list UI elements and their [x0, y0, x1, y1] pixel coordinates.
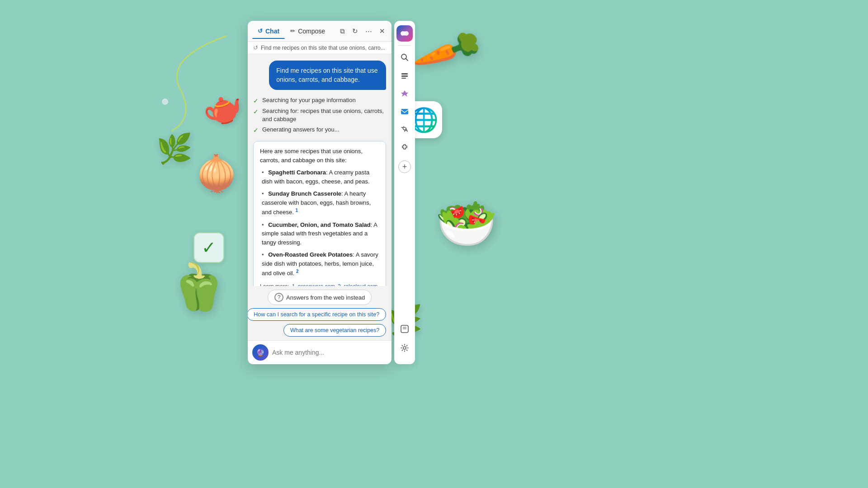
extensions-icon [400, 143, 409, 152]
web-answers-row: ? Answers from the web instead [253, 290, 386, 305]
ai-response-card: Here are some recipes that use onions, c… [253, 141, 386, 286]
svg-rect-5 [401, 73, 408, 75]
sidebar-icon-translate[interactable] [396, 122, 413, 138]
recipe-item-3: Cucumber, Onion, and Tomato Salad: A sim… [260, 221, 379, 247]
recent-query-icon: ↺ [253, 44, 258, 51]
status-text-3: Generating answers for you... [262, 126, 340, 134]
input-bar: 🔮 [248, 340, 392, 364]
copilot2-icon [400, 89, 409, 98]
outlook-icon [400, 107, 409, 116]
citation-1: 1 [295, 208, 298, 213]
recipe-name-2: Sunday Brunch Casserole [268, 190, 341, 197]
translate-icon [400, 125, 409, 134]
sidebar: + [394, 21, 415, 364]
chat-tab-icon: ↺ [258, 28, 263, 34]
status-item-3: ✓ Generating answers for you... [253, 126, 386, 135]
collections-icon [400, 71, 409, 80]
source-link-2[interactable]: 2. relecloud.com [338, 282, 377, 286]
recipe-item-1: Spaghetti Carbonara: A creamy pasta dish… [260, 168, 379, 186]
learn-more-section: Learn more: 1. proseware.com 2. releclou… [260, 282, 379, 286]
svg-rect-9 [401, 109, 408, 114]
svg-rect-7 [401, 78, 406, 79]
svg-rect-11 [403, 327, 406, 329]
status-text-1: Searching for your page information [262, 96, 356, 104]
chat-window: ↺ Chat ✏ Compose ⧉ ↻ ⋯ ✕ ↺ Find me recip… [248, 21, 392, 364]
sidebar-icon-settings[interactable] [396, 340, 413, 356]
sidebar-icon-extensions[interactable] [396, 140, 413, 156]
sidebar-icon-profile[interactable] [396, 321, 413, 337]
small-circle-decoration [162, 99, 168, 105]
svg-line-4 [406, 59, 408, 61]
sidebar-add-button[interactable]: + [398, 160, 411, 173]
settings-icon [400, 343, 409, 352]
sidebar-bottom [396, 321, 413, 360]
web-answers-label: Answers from the web instead [286, 294, 365, 301]
pepper-decoration: 🫑 [170, 260, 226, 314]
compose-tab-label: Compose [298, 28, 325, 35]
tab-chat[interactable]: ↺ Chat [252, 24, 285, 38]
status-check-1: ✓ [253, 97, 259, 106]
learn-more-label: Learn more: [260, 282, 289, 286]
status-text-2: Searching for: recipes that use onions, … [262, 107, 386, 123]
recent-query-bar[interactable]: ↺ Find me recipes on this site that use … [248, 42, 392, 54]
tab-actions: ⧉ ↻ ⋯ ✕ [338, 25, 387, 37]
more-button[interactable]: ⋯ [363, 25, 374, 37]
close-button[interactable]: ✕ [377, 25, 387, 37]
source-link-1[interactable]: 1. proseware.com [292, 282, 335, 286]
status-check-2: ✓ [253, 108, 259, 117]
followup-button-2[interactable]: What are some vegetarian recipes? [283, 324, 386, 337]
recipe-name-3: Cucumber, Onion, and Tomato Salad [268, 221, 371, 228]
sidebar-icon-outlook[interactable] [396, 103, 413, 120]
sidebar-divider-1 [398, 45, 411, 46]
salad-bowl-decoration: 🥗 [435, 194, 497, 253]
citation-2: 2 [296, 269, 299, 274]
copilot-send-button[interactable]: 🔮 [252, 344, 269, 361]
web-answers-button[interactable]: ? Answers from the web instead [268, 290, 372, 305]
chat-tab-label: Chat [265, 28, 279, 35]
user-message-bubble: Find me recipes on this site that use on… [269, 61, 386, 90]
suggestions-area: ? Answers from the web instead How can I… [248, 286, 392, 340]
status-item-2: ✓ Searching for: recipes that use onions… [253, 107, 386, 123]
chat-input-field[interactable] [272, 349, 387, 356]
question-icon: ? [274, 293, 283, 302]
recent-query-text: Find me recipes on this site that use on… [261, 45, 385, 51]
sidebar-icon-search[interactable] [396, 49, 413, 66]
recipe-item-4: Oven-Roasted Greek Potatoes: A savory si… [260, 250, 379, 278]
chat-body: Find me recipes on this site that use on… [248, 54, 392, 286]
sidebar-icon-copilot2[interactable] [396, 85, 413, 102]
refresh-button[interactable]: ↻ [350, 25, 360, 37]
sidebar-icon-copilot[interactable] [396, 25, 413, 42]
copilot-send-icon: 🔮 [256, 348, 265, 357]
recipe-name-4: Oven-Roasted Greek Potatoes [268, 251, 353, 258]
profile-icon [400, 324, 409, 333]
search-icon [400, 53, 409, 62]
tab-compose[interactable]: ✏ Compose [285, 24, 330, 38]
onion-decoration: 🧅 [195, 154, 238, 194]
recipe-name-1: Spaghetti Carbonara [268, 169, 326, 176]
open-new-button[interactable]: ⧉ [338, 25, 347, 37]
compose-tab-icon: ✏ [290, 28, 295, 34]
svg-point-2 [403, 31, 406, 36]
sidebar-icon-collections[interactable] [396, 67, 413, 84]
followup-button-1[interactable]: How can I search for a specific recipe o… [248, 308, 386, 321]
checkmark-box-decoration: ✓ [193, 232, 224, 263]
main-panel: ↺ Chat ✏ Compose ⧉ ↻ ⋯ ✕ ↺ Find me recip… [248, 21, 415, 465]
svg-marker-8 [401, 90, 408, 97]
tab-bar: ↺ Chat ✏ Compose ⧉ ↻ ⋯ ✕ [248, 21, 392, 42]
sidebar-add-icon: + [402, 163, 407, 171]
user-message-text: Find me recipes on this site that use on… [276, 67, 377, 83]
status-list: ✓ Searching for your page information ✓ … [253, 94, 386, 137]
copilot-multicolor-icon [400, 28, 410, 38]
svg-rect-6 [401, 75, 408, 77]
recipe-item-2: Sunday Brunch Casserole: A hearty casser… [260, 189, 379, 217]
svg-point-12 [403, 347, 406, 349]
ai-intro-text: Here are some recipes that use onions, c… [260, 147, 379, 164]
herb-left-decoration: 🌿 [156, 132, 193, 166]
status-item-1: ✓ Searching for your page information [253, 96, 386, 106]
status-check-3: ✓ [253, 126, 259, 135]
